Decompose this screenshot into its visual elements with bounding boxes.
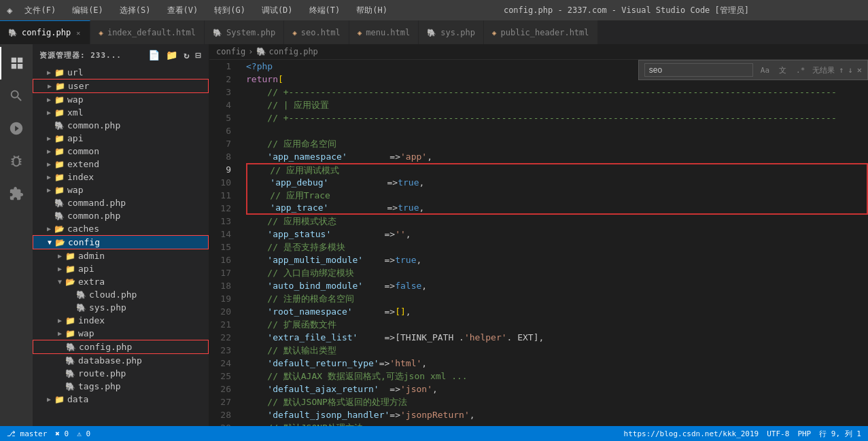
new-file-icon[interactable]: 📄 (148, 50, 160, 60)
code-line-6 (246, 124, 868, 137)
tree-item-sys-php[interactable]: ▶ 🐘 sys.php (33, 301, 209, 314)
folder-open-icon: 📂 (55, 238, 65, 247)
folder-open-icon: 📂 (65, 277, 75, 287)
php-file-icon: 🐘 (54, 211, 65, 221)
tree-item-data[interactable]: ▶ 📁 data (33, 393, 209, 406)
folder-icon: 📁 (54, 147, 65, 156)
line-num-16: 16 (209, 253, 237, 266)
menu-edit[interactable]: 编辑(E) (68, 3, 107, 18)
tree-item-url[interactable]: ▶ 📁 url (33, 66, 209, 79)
tab-system-php[interactable]: 🐘 System.php (205, 20, 284, 44)
tree-item-api2[interactable]: ▶ 📁 api (33, 262, 209, 275)
menu-select[interactable]: 选择(S) (116, 3, 155, 18)
activity-search[interactable] (0, 80, 33, 112)
menu-terminal[interactable]: 终端(T) (305, 3, 345, 18)
warning-count[interactable]: ⚠ 0 (77, 429, 90, 438)
folder-icon: 📁 (54, 95, 65, 105)
tree-item-command-php[interactable]: ▶ 🐘 command.php (33, 196, 209, 209)
code-line-25: // 默认AJAX 数据返回格式,可选json xml ... (246, 370, 868, 383)
menu-help[interactable]: 帮助(H) (352, 3, 392, 18)
line-num-7: 7 (209, 137, 237, 150)
code-line-22: 'extra_file_list' => [THINK_PATH . 'help… (246, 331, 868, 344)
tree-item-database-php[interactable]: ▶ 🐘 database.php (33, 354, 209, 367)
encoding[interactable]: UTF-8 (767, 429, 789, 438)
tab-config-php[interactable]: 🐘 config.php ✕ (0, 20, 90, 44)
tree-item-admin[interactable]: ▶ 📁 admin (33, 249, 209, 262)
vsc-logo-icon: ◈ (7, 5, 12, 16)
line-num-10: 10 (209, 176, 237, 189)
folder-icon: 📁 (54, 108, 65, 118)
code-content[interactable]: <?php return [ // +---------------------… (243, 60, 868, 426)
menu-view[interactable]: 查看(V) (163, 3, 203, 18)
window-title: config.php - 2337.com - Visual Studio Co… (392, 5, 861, 16)
language-mode[interactable]: PHP (797, 429, 811, 438)
tree-item-config[interactable]: ▼ 📂 config (33, 235, 209, 249)
search-regex-btn[interactable]: .* (793, 65, 808, 76)
tree-item-common-folder[interactable]: ▶ 📁 common (33, 145, 209, 158)
activity-extensions[interactable] (0, 177, 33, 210)
code-line-5: // +------------------------------------… (246, 111, 868, 124)
tree-item-extra[interactable]: ▼ 📂 extra (33, 275, 209, 288)
menu-debug[interactable]: 调试(D) (258, 3, 297, 18)
sidebar-tree: ▶ 📁 url ▶ 📁 user ▶ 📁 wap (33, 66, 209, 426)
tree-item-user[interactable]: ▶ 📁 user (33, 79, 209, 93)
cursor-position: 行 9, 列 1 (819, 429, 861, 439)
collapse-all-icon[interactable]: ⊟ (196, 50, 202, 60)
tree-item-common2[interactable]: ▶ 🐘 common.php (33, 209, 209, 222)
search-close-btn[interactable]: ✕ (857, 65, 862, 75)
tree-item-cloud-php[interactable]: ▶ 🐘 cloud.php (33, 288, 209, 301)
tab-seo-html[interactable]: ◈ seo.html (284, 20, 349, 44)
activity-explorer[interactable] (0, 47, 33, 80)
tab-public-header-html[interactable]: ◈ public_header.html (484, 20, 598, 44)
code-line-24: 'default_return_type' => 'html', (246, 357, 868, 370)
breadcrumb: config › 🐘 config.php (209, 44, 868, 60)
tab-close-icon[interactable]: ✕ (75, 29, 82, 37)
tree-item-extend[interactable]: ▶ 📁 extend (33, 158, 209, 171)
error-count[interactable]: ✖ 0 (55, 429, 69, 438)
tree-item-xml[interactable]: ▶ 📁 xml (33, 106, 209, 119)
line-num-21: 21 (209, 318, 237, 331)
folder-icon: 📁 (54, 395, 65, 404)
tree-item-index[interactable]: ▶ 📁 index (33, 171, 209, 183)
tree-item-config-php[interactable]: ▶ 🐘 config.php (33, 340, 209, 354)
search-next-btn[interactable]: ↓ (848, 65, 853, 75)
tree-item-index2[interactable]: ▶ 📁 index (33, 314, 209, 327)
tree-item-caches[interactable]: ▶ 📂 caches (33, 222, 209, 235)
tab-menu-html[interactable]: ◈ menu.html (349, 20, 419, 44)
tree-item-wap3[interactable]: ▶ 📁 wap (33, 327, 209, 340)
search-case-btn[interactable]: Aa (757, 65, 773, 76)
tree-item-wap2[interactable]: ▶ 📁 wap (33, 183, 209, 196)
tree-item-tags-php[interactable]: ▶ 🐘 tags.php (33, 380, 209, 393)
status-bar: ⎇ master ✖ 0 ⚠ 0 https://blog.csdn.net/k… (0, 426, 868, 441)
tree-item-wap1[interactable]: ▶ 📁 wap (33, 93, 209, 106)
code-line-18: 'auto_bind_module' => false, (246, 279, 868, 292)
new-folder-icon[interactable]: 📁 (166, 50, 178, 60)
editor-main: config › 🐘 config.php 1 2 3 4 5 6 7 8 9 (209, 44, 868, 426)
search-word-btn[interactable]: 文 (776, 64, 790, 77)
content-area: 资源管理器: 233... 📄 📁 ↻ ⊟ ▶ 📁 url (0, 44, 868, 426)
menu-file[interactable]: 文件(F) (20, 3, 60, 18)
code-line-14: 'app_status' => '', (246, 228, 868, 241)
refresh-icon[interactable]: ↻ (184, 50, 190, 60)
folder-icon: 📁 (54, 160, 65, 169)
activity-debug[interactable] (0, 145, 33, 177)
tab-sys-php[interactable]: 🐘 sys.php (419, 20, 484, 44)
tree-item-route-php[interactable]: ▶ 🐘 route.php (33, 367, 209, 380)
git-branch[interactable]: ⎇ master (7, 429, 47, 438)
search-prev-btn[interactable]: ↑ (839, 65, 844, 75)
tab-label: config.php (22, 28, 71, 37)
tree-item-api[interactable]: ▶ 📁 api (33, 132, 209, 145)
tab-label: public_header.html (500, 28, 589, 37)
line-num-12: 12 (209, 202, 237, 215)
tree-item-common1[interactable]: ▶ 🐘 common.php (33, 119, 209, 132)
line-num-22: 22 (209, 331, 237, 344)
tab-label: System.php (226, 28, 275, 37)
search-input[interactable] (644, 63, 753, 77)
activity-git[interactable] (0, 112, 33, 145)
tab-index-default-html[interactable]: ◈ index_default.html (90, 20, 205, 44)
php-file-icon: 🐘 (66, 342, 76, 352)
footer-link: https://blog.csdn.net/kkk_2019 (624, 429, 759, 438)
menu-goto[interactable]: 转到(G) (210, 3, 249, 18)
line-num-18: 18 (209, 279, 237, 292)
search-box: Aa 文 .* 无结果 ↑ ↓ ✕ (638, 60, 868, 80)
